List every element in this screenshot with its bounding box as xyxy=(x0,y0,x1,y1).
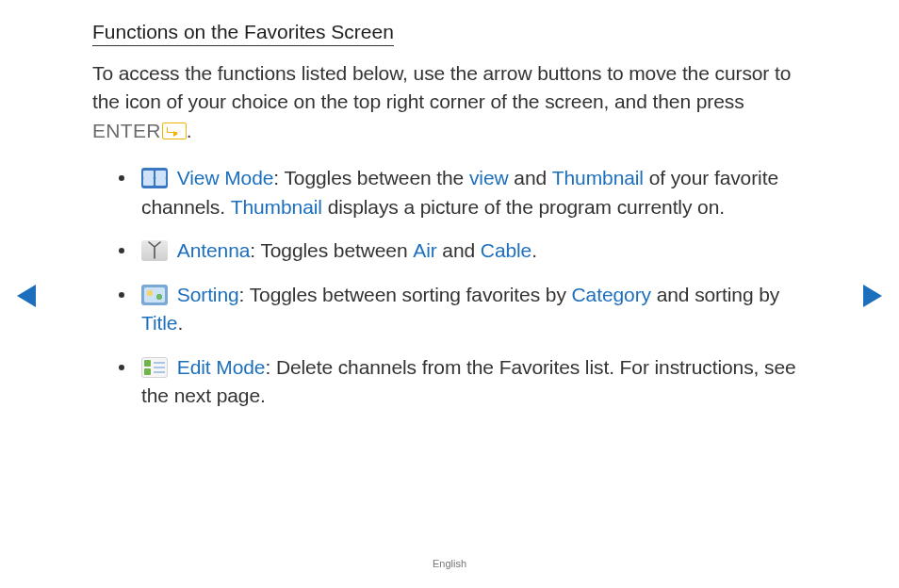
seg: : Toggles between the xyxy=(273,167,469,188)
seg: . xyxy=(177,312,183,334)
intro-text: To access the functions listed below, us… xyxy=(92,62,791,112)
kw-cable: Cable xyxy=(481,239,531,261)
kw-air: Air xyxy=(413,239,436,261)
list-item: Edit Mode: Delete channels from the Favo… xyxy=(113,353,809,411)
seg: . xyxy=(531,239,537,261)
enter-label: ENTER xyxy=(92,120,161,141)
footer-language: English xyxy=(0,558,899,569)
kw-thumbnail: Thumbnail xyxy=(231,196,322,218)
kw-view: view xyxy=(469,167,509,188)
list-item: View Mode: Toggles between the view and … xyxy=(113,164,809,221)
next-page-arrow[interactable] xyxy=(863,285,882,307)
seg: and xyxy=(437,239,481,261)
intro-paragraph: To access the functions listed below, us… xyxy=(92,59,809,145)
seg: : Toggles between sorting favorites by xyxy=(239,284,572,305)
list-item: Antenna: Toggles between Air and Cable. xyxy=(113,237,809,265)
enter-icon xyxy=(162,122,187,139)
term-sorting: Sorting xyxy=(177,284,239,305)
seg: : Toggles between xyxy=(250,239,413,261)
term-antenna: Antenna xyxy=(177,239,251,261)
seg: displays a picture of the program curren… xyxy=(322,196,725,218)
kw-thumbnail: Thumbnail xyxy=(552,167,644,188)
term-edit-mode: Edit Mode xyxy=(177,356,266,378)
view-mode-icon xyxy=(141,168,168,188)
page-content: Functions on the Favorites Screen To acc… xyxy=(92,21,809,425)
edit-mode-icon xyxy=(141,357,168,378)
prev-page-arrow[interactable] xyxy=(17,285,36,307)
kw-title: Title xyxy=(141,312,177,334)
seg: and sorting by xyxy=(651,284,779,305)
function-list: View Mode: Toggles between the view and … xyxy=(92,164,809,410)
antenna-icon xyxy=(141,240,168,261)
seg: and xyxy=(509,167,552,188)
intro-period: . xyxy=(187,120,192,141)
list-item: Sorting: Toggles between sorting favorit… xyxy=(113,281,809,338)
sorting-icon xyxy=(141,285,168,305)
term-view-mode: View Mode xyxy=(177,167,274,188)
kw-category: Category xyxy=(572,284,651,305)
section-heading: Functions on the Favorites Screen xyxy=(92,21,394,46)
